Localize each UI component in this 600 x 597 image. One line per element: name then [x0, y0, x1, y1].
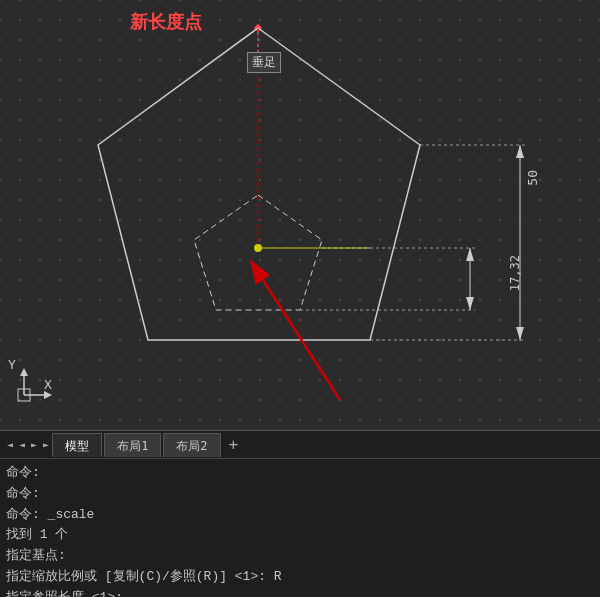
svg-marker-13: [466, 248, 474, 261]
svg-rect-21: [18, 389, 30, 401]
svg-marker-20: [44, 391, 52, 399]
tab-arrow-last[interactable]: ►: [40, 431, 52, 459]
new-length-point-marker: [254, 24, 262, 32]
cmd-line-4: 找到 1 个: [6, 525, 594, 546]
chuizu-label: 垂足: [247, 52, 281, 73]
y-axis-label: Y: [8, 357, 16, 372]
drawing-svg: [0, 0, 600, 430]
tab-arrow-prev[interactable]: ◄: [16, 431, 28, 459]
svg-marker-8: [516, 145, 524, 158]
svg-marker-0: [98, 28, 420, 340]
svg-marker-9: [516, 327, 524, 340]
command-area: 命令: 命令: 命令: _scale 找到 1 个 指定基点: 指定缩放比例或 …: [0, 458, 600, 597]
tab-add-button[interactable]: +: [223, 431, 245, 459]
svg-marker-18: [20, 368, 28, 376]
dimension-50: 50: [525, 170, 540, 186]
tab-bar: ◄ ◄ ► ► 模型 布局1 布局2 +: [0, 430, 600, 458]
cmd-line-1: 命令:: [6, 463, 594, 484]
svg-marker-1: [194, 195, 322, 310]
cmd-line-3: 命令: _scale: [6, 505, 594, 526]
cmd-line-2: 命令:: [6, 484, 594, 505]
tab-arrow-next[interactable]: ►: [28, 431, 40, 459]
svg-line-16: [263, 280, 340, 400]
drawing-canvas: 新长度点: [0, 0, 600, 430]
svg-marker-14: [466, 297, 474, 310]
tab-layout2[interactable]: 布局2: [163, 433, 220, 457]
x-axis-label: X: [44, 377, 52, 392]
dimension-1732: 17,32: [508, 255, 522, 291]
cmd-line-6: 指定缩放比例或 [复制(C)/参照(R)] <1>: R: [6, 567, 594, 588]
tab-layout1[interactable]: 布局1: [104, 433, 161, 457]
new-length-point-label: 新长度点: [130, 10, 202, 34]
svg-point-4: [254, 244, 262, 252]
cmd-line-5: 指定基点:: [6, 546, 594, 567]
tab-model[interactable]: 模型: [52, 433, 102, 457]
tab-arrow-first[interactable]: ◄: [4, 431, 16, 459]
cmd-line-7: 指定参照长度 <1>:: [6, 588, 594, 597]
